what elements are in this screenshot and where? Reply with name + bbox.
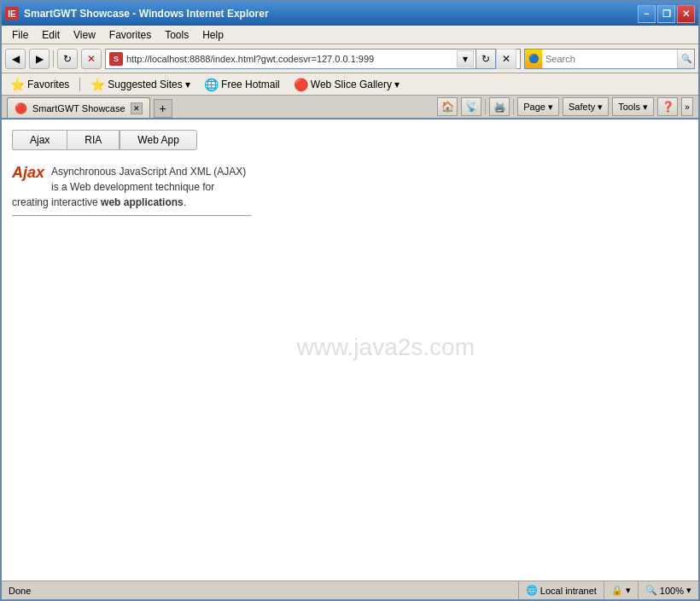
webapp-button[interactable]: Web App [120, 130, 196, 150]
security-zone: 🌐 Local intranet [518, 581, 604, 599]
browser-content: Ajax RIA Web App Ajax Asynchronous JavaS… [2, 120, 698, 581]
forward-button[interactable]: ▶ [29, 49, 50, 69]
address-text: http://localhost:8888/index.html?gwt.cod… [126, 54, 457, 64]
title-bar: IE SmartGWT Showcase - Windows Internet … [2, 2, 698, 26]
tab-label: SmartGWT Showcase [32, 103, 125, 114]
new-tab-button[interactable]: + [154, 99, 172, 118]
hotmail-icon: 🌐 [204, 78, 219, 91]
menu-view[interactable]: View [67, 27, 102, 43]
restore-button[interactable]: ❐ [657, 5, 675, 23]
address-bar[interactable]: S http://localhost:8888/index.html?gwt.c… [105, 49, 521, 69]
suggested-sites-link[interactable]: ⭐ Suggested Sites ▾ [87, 76, 194, 93]
zone-label: Local intranet [540, 586, 597, 596]
watermark: www.java2s.com [296, 334, 475, 361]
suggested-sites-label: Suggested Sites ▾ [108, 79, 190, 90]
search-button[interactable]: 🔍 [677, 50, 694, 68]
zone-icon: 🌐 [526, 585, 538, 596]
feeds-button[interactable]: 📡 [461, 97, 481, 116]
more-button[interactable]: » [681, 97, 693, 116]
star-icon: ⭐ [10, 78, 25, 91]
favorites-label: Favorites [27, 79, 69, 90]
address-dropdown[interactable]: ▾ [457, 50, 474, 67]
app-icon: IE [5, 7, 19, 20]
menu-edit[interactable]: Edit [35, 27, 67, 43]
zoom-icon: 🔍 [645, 585, 657, 596]
tab-bar: 🔴 SmartGWT Showcase ✕ + 🏠 📡 🖨️ Page ▾ Sa… [2, 96, 698, 120]
window-controls: − ❐ ✕ [638, 5, 695, 23]
zoom-control[interactable]: 🔍 100% ▾ [638, 581, 698, 599]
free-hotmail-link[interactable]: 🌐 Free Hotmail [201, 76, 283, 93]
tab-close-button[interactable]: ✕ [131, 102, 143, 114]
menu-favorites[interactable]: Favorites [102, 27, 158, 43]
web-slice-icon: 🔴 [294, 78, 308, 91]
free-hotmail-label: Free Hotmail [221, 79, 280, 90]
security-status: 🔒 ▾ [604, 581, 638, 599]
suggested-sites-icon: ⭐ [90, 78, 105, 91]
zoom-dropdown-icon[interactable]: ▾ [686, 585, 691, 596]
stop-button[interactable]: ✕ [81, 49, 102, 69]
close-button[interactable]: ✕ [677, 5, 695, 23]
tools-button[interactable]: Tools ▾ [612, 97, 654, 116]
stop-address-button[interactable]: ✕ [496, 49, 516, 69]
lock-dropdown[interactable]: ▾ [626, 585, 631, 596]
ajax-title: Ajax [12, 164, 44, 182]
menu-file[interactable]: File [5, 27, 35, 43]
nav-bar: ◀ ▶ ↻ ✕ S http://localhost:8888/index.ht… [2, 44, 698, 73]
status-bar: Done 🌐 Local intranet 🔒 ▾ 🔍 100% ▾ [2, 581, 698, 599]
gwt-button-bar: Ajax RIA Web App [12, 130, 688, 150]
menu-tools[interactable]: Tools [158, 27, 195, 43]
favorites-button[interactable]: ⭐ Favorites [7, 76, 73, 93]
ajax-description: Ajax Asynchronous JavaScript And XML (AJ… [12, 164, 251, 216]
help-button[interactable]: ❓ [657, 97, 678, 116]
menu-help[interactable]: Help [195, 27, 230, 43]
site-icon: S [109, 52, 123, 66]
zoom-level: 100% [660, 586, 684, 596]
lock-icon: 🔒 [611, 585, 623, 596]
refresh-address-button[interactable]: ↻ [475, 49, 496, 69]
ajax-button[interactable]: Ajax [12, 130, 67, 150]
minimize-button[interactable]: − [638, 5, 656, 23]
web-slice-gallery-label: Web Slice Gallery ▾ [311, 79, 400, 90]
tab-icon: 🔴 [15, 102, 27, 114]
print-button[interactable]: 🖨️ [489, 97, 510, 116]
ajax-text: Asynchronous JavaScript And XML (AJAX) i… [12, 166, 246, 208]
back-button[interactable]: ◀ [5, 49, 26, 69]
active-tab[interactable]: 🔴 SmartGWT Showcase ✕ [7, 97, 150, 118]
toolbar-right: 🏠 📡 🖨️ Page ▾ Safety ▾ Tools ▾ ❓ » [437, 97, 693, 118]
ria-button[interactable]: RIA [67, 130, 120, 150]
safety-button[interactable]: Safety ▾ [563, 97, 609, 116]
page-button[interactable]: Page ▾ [517, 97, 559, 116]
home-button[interactable]: 🏠 [437, 97, 458, 116]
menu-bar: File Edit View Favorites Tools Help [2, 26, 698, 44]
status-text: Done [2, 586, 518, 596]
window-title: SmartGWT Showcase - Windows Internet Exp… [24, 8, 269, 20]
web-slice-gallery-link[interactable]: 🔴 Web Slice Gallery ▾ [290, 76, 403, 93]
refresh-button[interactable]: ↻ [57, 49, 78, 69]
favorites-bar: ⭐ Favorites ⭐ Suggested Sites ▾ 🌐 Free H… [2, 73, 698, 96]
search-bar: 🔵 🔍 [524, 49, 695, 69]
search-provider-icon: 🔵 [525, 50, 542, 68]
search-input[interactable] [542, 54, 677, 64]
